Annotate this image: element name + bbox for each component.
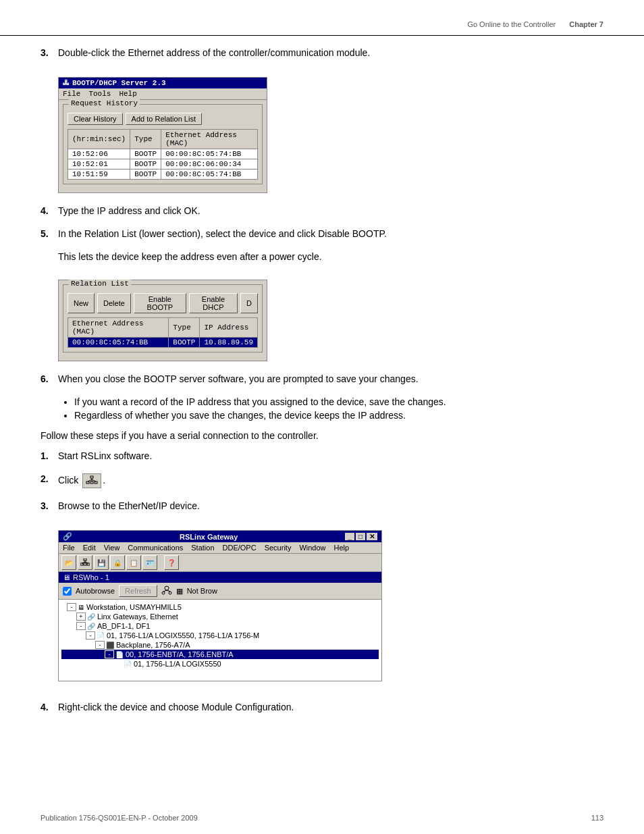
tree-expand-logix[interactable]: - xyxy=(86,631,95,640)
toolbar-copy[interactable]: 📋 xyxy=(126,555,141,570)
browse-icon xyxy=(161,585,172,597)
bootp-menu-file[interactable]: File xyxy=(63,90,80,98)
tree-item-linx[interactable]: + 🔗 Linx Gateways, Ethernet xyxy=(61,612,379,621)
menu-file[interactable]: File xyxy=(63,544,75,552)
tree-expand-workstation[interactable]: - xyxy=(67,603,76,611)
cell-type: BOOTP xyxy=(169,338,200,348)
enable-dhcp-button[interactable]: Enable DHCP xyxy=(189,293,238,313)
serial-step-3: 3. Browse to the EtherNet/IP device. xyxy=(41,500,603,511)
rslinx-title-text: RSLinx Gateway xyxy=(180,533,238,541)
serial-step-4-number: 4. xyxy=(41,702,53,712)
rswho-header: 🖥 RSWho - 1 xyxy=(59,572,381,583)
serial-step-2: 2. Click . xyxy=(41,473,603,488)
enable-bootp-button[interactable]: Enable BOOTP xyxy=(134,293,186,313)
rslinx-title-bar: 🔗 RSLinx Gateway _ □ ✕ xyxy=(59,531,381,542)
toolbar-id[interactable]: 🪪 xyxy=(142,555,157,570)
cell-time: 10:52:06 xyxy=(68,149,130,159)
serial-connection-text: Follow these steps if you have a serial … xyxy=(41,430,319,441)
tree-item-logix[interactable]: - 📄 01, 1756-L1/A LOGIX5550, 1756-L1/A 1… xyxy=(61,631,379,640)
tree-expand-df1[interactable]: - xyxy=(76,622,86,630)
rslinx-window-controls: _ □ ✕ xyxy=(345,533,377,540)
menu-edit[interactable]: Edit xyxy=(83,544,96,552)
menu-window[interactable]: Window xyxy=(299,544,325,552)
request-history-group: Request History Clear History Add to Rel… xyxy=(63,104,263,184)
rslinx-screenshot: 🔗 RSLinx Gateway _ □ ✕ File Edit View Co… xyxy=(58,530,382,681)
tree-item-enbt[interactable]: - 📄 00, 1756-ENBT/A, 1756.ENBT/A xyxy=(61,650,379,659)
tree-item-workstation[interactable]: - 🖥 Workstation, USMAYHMILL5 xyxy=(61,602,379,612)
step-5-text: In the Relation List (lower section), se… xyxy=(58,228,603,239)
menu-view[interactable]: View xyxy=(104,544,120,552)
step-6-number: 6. xyxy=(41,373,53,384)
relation-list-inner: New Delete Enable BOOTP Enable DHCP D Et… xyxy=(63,285,262,352)
autobrowse-checkbox[interactable] xyxy=(63,587,72,596)
rswho-icon: 🖥 xyxy=(63,573,70,581)
bootp-menu-help[interactable]: Help xyxy=(119,90,136,98)
header-rule xyxy=(0,35,644,36)
minimize-button[interactable]: _ xyxy=(345,533,354,540)
relation-list-content: Relation List New Delete Enable BOOTP En… xyxy=(59,280,267,361)
rswho-tree: - 🖥 Workstation, USMAYHMILL5 + 🔗 Linx Ga… xyxy=(59,600,381,681)
svg-line-18 xyxy=(167,590,170,592)
backplane-icon: ⬛ xyxy=(106,642,114,649)
indent-para: This lets the device keep the address ev… xyxy=(58,251,603,262)
serial-step-2-number: 2. xyxy=(41,473,53,488)
relation-list-table: Ethernet Address (MAC) Type IP Address 0… xyxy=(68,317,258,348)
browse-icon-grid: ▦ xyxy=(176,587,183,596)
toolbar-help[interactable]: ❓ xyxy=(164,555,179,570)
menu-security[interactable]: Security xyxy=(265,544,292,552)
close-button[interactable]: ✕ xyxy=(367,533,377,540)
logix-label: 01, 1756-L1/A LOGIX5550, 1756-L1/A 1756-… xyxy=(107,631,259,640)
serial-step-3-number: 3. xyxy=(41,500,53,511)
tree-item-logix-child[interactable]: 📄 01, 1756-L1/A LOGIX5550 xyxy=(61,659,379,669)
toolbar-lock[interactable]: 🔒 xyxy=(110,555,125,570)
rslinx-menu-bar: File Edit View Communications Station DD… xyxy=(59,542,381,554)
main-content: 3. Double-click the Ethernet address of … xyxy=(41,47,603,800)
tree-item-df1[interactable]: - 🔗 AB_DF1-1, DF1 xyxy=(61,621,379,631)
refresh-button[interactable]: Refresh xyxy=(119,585,157,597)
svg-point-15 xyxy=(162,592,165,594)
tree-expand-linx[interactable]: + xyxy=(76,613,86,621)
menu-communications[interactable]: Communications xyxy=(128,544,183,552)
footer-page-number: 113 xyxy=(591,814,603,822)
clear-history-button[interactable]: Clear History xyxy=(68,113,123,125)
d-button[interactable]: D xyxy=(240,293,258,313)
maximize-button[interactable]: □ xyxy=(356,533,365,540)
enbt-label: 00, 1756-ENBT/A, 1756.ENBT/A xyxy=(126,650,234,658)
svg-line-17 xyxy=(163,590,167,592)
backplane-label: Backplane, 1756-A7/A xyxy=(116,641,190,649)
col-type: Type xyxy=(130,130,161,149)
tree-expand-enbt[interactable]: - xyxy=(105,650,114,658)
step-3-text: Double-click the Ethernet address of the… xyxy=(58,47,603,58)
delete-button[interactable]: Delete xyxy=(97,293,131,313)
toolbar-open[interactable]: 📂 xyxy=(61,555,76,570)
cell-ip: 10.88.89.59 xyxy=(200,338,258,348)
table-row: 10:52:01 BOOTP 00:00:8C:06:00:34 xyxy=(68,159,258,170)
not-brow-label: Not Brow xyxy=(187,587,217,595)
rslinx-icon: 🔗 xyxy=(63,532,72,541)
menu-ddeopc[interactable]: DDE/OPC xyxy=(223,544,257,552)
logix-child-icon: 📄 xyxy=(124,660,132,668)
cell-time: 10:51:59 xyxy=(68,170,130,180)
request-history-inner: Clear History Add to Relation List (hr:m… xyxy=(63,105,262,184)
menu-station[interactable]: Station xyxy=(191,544,214,552)
rswho-panel: 🖥 RSWho - 1 Autobrowse Refresh ▦ xyxy=(59,572,381,681)
tree-item-backplane[interactable]: - ⬛ Backplane, 1756-A7/A xyxy=(61,640,379,650)
menu-help[interactable]: Help xyxy=(334,544,350,552)
svg-rect-2 xyxy=(90,481,93,484)
step-4-number: 4. xyxy=(41,205,53,216)
tree-expand-backplane[interactable]: - xyxy=(95,641,105,649)
add-to-relation-list-button[interactable]: Add to Relation List xyxy=(126,113,202,125)
relation-list-screenshot: Relation List New Delete Enable BOOTP En… xyxy=(58,280,267,361)
linx-icon: 🔗 xyxy=(87,613,95,621)
request-history-buttons: Clear History Add to Relation List xyxy=(68,113,258,125)
toolbar-save[interactable]: 💾 xyxy=(94,555,109,570)
new-button[interactable]: New xyxy=(68,293,95,313)
bootp-menu-tools[interactable]: Tools xyxy=(88,90,111,98)
cell-type: BOOTP xyxy=(130,159,161,170)
bullet-1: If you want a record of the IP address t… xyxy=(74,396,603,407)
step-6: 6. When you close the BOOTP server softw… xyxy=(41,373,603,384)
logix-icon: 📄 xyxy=(97,632,105,640)
svg-point-16 xyxy=(169,592,171,594)
toolbar-network[interactable] xyxy=(78,555,92,570)
autobrowse-label: Autobrowse xyxy=(76,587,115,595)
